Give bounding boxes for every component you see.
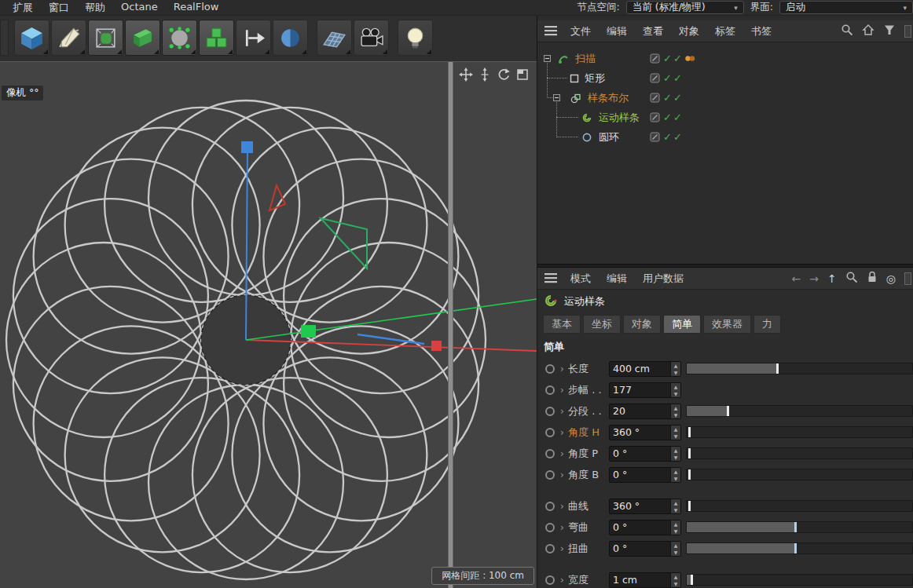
- generator-extrude-tool[interactable]: [125, 20, 160, 56]
- plane-handle-green[interactable]: [321, 218, 367, 268]
- enabled-check-icon[interactable]: ✓: [663, 108, 672, 127]
- param-value[interactable]: 20: [610, 404, 670, 418]
- slider-handle[interactable]: [727, 406, 729, 416]
- om-menu-3[interactable]: 对象: [671, 24, 707, 38]
- keyframe-circle-icon[interactable]: [545, 523, 555, 532]
- tree-expand-box[interactable]: [553, 94, 560, 101]
- tree-item-label[interactable]: 圆环: [599, 127, 619, 147]
- hamburger-menu-icon[interactable]: [544, 25, 559, 38]
- up-arrow-icon[interactable]: ↑: [827, 272, 837, 285]
- param-value[interactable]: 360 °: [610, 425, 670, 440]
- slider-handle[interactable]: [691, 575, 693, 585]
- tab-0[interactable]: 基本: [543, 315, 581, 334]
- keyframe-circle-icon[interactable]: [545, 449, 555, 458]
- y-axis-handle[interactable]: [241, 141, 253, 153]
- param-slider[interactable]: [686, 469, 913, 480]
- spin-down-icon[interactable]: ▼: [671, 390, 680, 397]
- maximize-icon[interactable]: [515, 68, 530, 82]
- param-value[interactable]: 1 cm: [610, 573, 670, 587]
- param-slider[interactable]: [686, 363, 913, 374]
- interface-dropdown[interactable]: 启动 ▾: [779, 1, 913, 14]
- spline-pen-tool[interactable]: [51, 20, 86, 56]
- chevron-right-icon[interactable]: ›: [560, 406, 568, 417]
- rotate-icon[interactable]: [497, 68, 511, 82]
- pan-icon[interactable]: [459, 68, 473, 82]
- om-menu-1[interactable]: 编辑: [599, 24, 635, 38]
- hamburger-menu-icon[interactable]: [544, 272, 559, 285]
- om-menu-2[interactable]: 查看: [635, 24, 671, 38]
- subdivision-surface-tool[interactable]: [88, 20, 123, 56]
- spin-down-icon[interactable]: ▼: [671, 454, 680, 461]
- chevron-right-icon[interactable]: ›: [560, 543, 568, 554]
- chevron-right-icon[interactable]: ›: [560, 427, 568, 438]
- spin-up-icon[interactable]: ▲: [671, 425, 680, 433]
- search-icon[interactable]: [845, 271, 858, 286]
- am-menu-1[interactable]: 编辑: [599, 272, 635, 286]
- tab-2[interactable]: 对象: [623, 315, 661, 334]
- keyframe-circle-icon[interactable]: [545, 544, 555, 553]
- layer-icon[interactable]: [650, 49, 660, 68]
- floor-tool[interactable]: [317, 20, 352, 56]
- param-input[interactable]: 177▲▼: [609, 382, 681, 398]
- viewport-splitter[interactable]: [448, 62, 453, 588]
- layer-icon[interactable]: [650, 68, 660, 88]
- enabled-check-icon[interactable]: ✓: [673, 49, 682, 68]
- om-menu-0[interactable]: 文件: [563, 24, 599, 38]
- node-space-dropdown[interactable]: 当前 (标准/物理) ▾: [626, 1, 744, 14]
- menu-item-1[interactable]: 窗口: [41, 1, 77, 15]
- x-axis-handle[interactable]: [431, 341, 442, 351]
- deformer-tool[interactable]: [162, 20, 197, 56]
- keyframe-circle-icon[interactable]: [545, 407, 555, 416]
- param-value[interactable]: 0 °: [610, 520, 670, 535]
- spinner-arrows-icon[interactable]: ▲▼: [670, 499, 680, 513]
- spin-up-icon[interactable]: ▲: [671, 520, 680, 528]
- z-axis-handle[interactable]: [301, 325, 316, 338]
- spinner-arrows-icon[interactable]: ▲▼: [670, 425, 680, 440]
- spinner-arrows-icon[interactable]: ▲▼: [670, 468, 680, 482]
- param-value[interactable]: 360 °: [610, 499, 670, 513]
- param-slider[interactable]: [686, 405, 913, 417]
- menu-item-4[interactable]: RealFlow: [166, 1, 227, 15]
- keyframe-circle-icon[interactable]: [545, 502, 555, 511]
- param-input[interactable]: 0 °▲▼: [609, 520, 681, 535]
- spin-up-icon[interactable]: ▲: [671, 499, 680, 506]
- param-input[interactable]: 1 cm▲▼: [609, 572, 681, 588]
- mograph-cloner-tool[interactable]: [199, 20, 234, 56]
- camera-tool[interactable]: [354, 20, 389, 56]
- om-menu-5[interactable]: 书签: [743, 24, 779, 38]
- slider-handle[interactable]: [688, 427, 691, 437]
- param-input[interactable]: 0 °▲▼: [609, 446, 681, 462]
- spinner-arrows-icon[interactable]: ▲▼: [670, 383, 680, 397]
- spin-up-icon[interactable]: ▲: [671, 362, 680, 369]
- tab-1[interactable]: 坐标: [583, 315, 621, 334]
- tab-3[interactable]: 简单: [663, 315, 701, 334]
- param-input[interactable]: 0 °▲▼: [609, 541, 681, 557]
- param-value[interactable]: 400 cm: [610, 362, 670, 376]
- spinner-arrows-icon[interactable]: ▲▼: [670, 573, 680, 587]
- slider-handle[interactable]: [776, 363, 779, 374]
- enabled-check-icon[interactable]: ✓: [673, 88, 682, 108]
- keyframe-circle-icon[interactable]: [545, 385, 555, 395]
- param-slider[interactable]: [686, 447, 913, 459]
- param-slider[interactable]: [686, 426, 913, 438]
- chevron-right-icon[interactable]: ›: [560, 575, 568, 586]
- slider-handle[interactable]: [688, 469, 691, 480]
- spinner-arrows-icon[interactable]: ▲▼: [670, 542, 680, 556]
- param-value[interactable]: 0 °: [610, 447, 670, 461]
- spin-down-icon[interactable]: ▼: [671, 411, 680, 418]
- spinner-arrows-icon[interactable]: ▲▼: [670, 520, 680, 535]
- chevron-right-icon[interactable]: ›: [560, 385, 568, 396]
- chevron-right-icon[interactable]: ›: [560, 522, 568, 533]
- param-slider[interactable]: [686, 500, 913, 512]
- tree-item-label[interactable]: 扫描: [575, 49, 596, 68]
- spin-down-icon[interactable]: ▼: [671, 506, 680, 513]
- spinner-arrows-icon[interactable]: ▲▼: [670, 404, 680, 418]
- slider-handle[interactable]: [794, 522, 797, 532]
- menu-item-0[interactable]: 扩展: [5, 1, 41, 15]
- toolbar-cut-tile[interactable]: [0, 20, 9, 56]
- spin-up-icon[interactable]: ▲: [671, 447, 680, 454]
- chevron-right-icon[interactable]: ›: [560, 469, 568, 480]
- menu-item-3[interactable]: Octane: [113, 1, 166, 15]
- spin-down-icon[interactable]: ▼: [671, 433, 680, 440]
- spin-down-icon[interactable]: ▼: [671, 475, 680, 482]
